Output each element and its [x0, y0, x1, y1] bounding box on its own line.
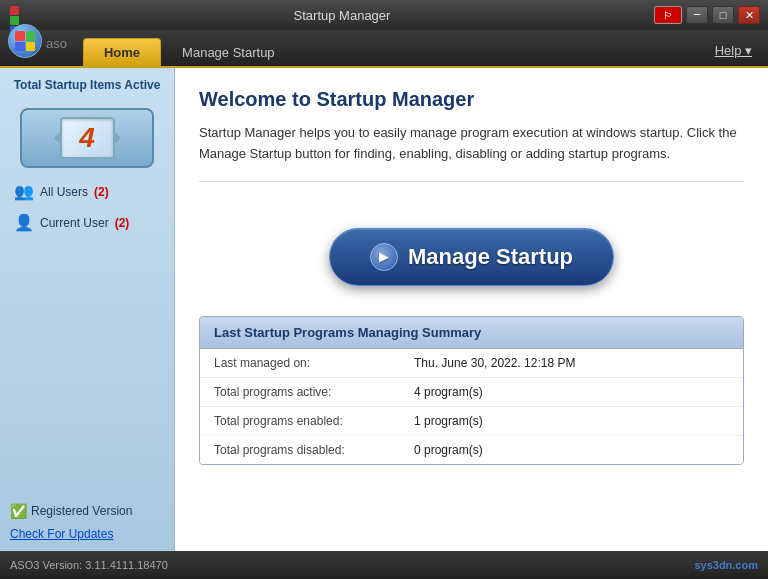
summary-row: Total programs disabled:0 program(s) — [200, 436, 743, 464]
all-users-label: All Users — [40, 185, 88, 199]
current-user-item[interactable]: 👤 Current User (2) — [10, 211, 164, 234]
play-icon: ▶ — [370, 243, 398, 271]
all-users-icon: 👥 — [14, 182, 34, 201]
status-bar: ASO3 Version: 3.11.4111.18470 sys3dn.com — [0, 551, 768, 579]
summary-rows: Last managed on:Thu. June 30, 2022. 12:1… — [200, 349, 743, 464]
help-button[interactable]: Help ▾ — [707, 39, 760, 62]
sidebar-bottom: ✅ Registered Version Check For Updates — [10, 503, 164, 541]
window-title: Startup Manager — [30, 8, 654, 23]
sidebar: Total Startup Items Active 4 👥 All Users… — [0, 68, 175, 551]
summary-row-value: 4 program(s) — [414, 385, 483, 399]
summary-row-label: Total programs enabled: — [214, 414, 414, 428]
tab-home[interactable]: Home — [83, 38, 161, 66]
summary-row: Last managed on:Thu. June 30, 2022. 12:1… — [200, 349, 743, 378]
current-user-label: Current User — [40, 216, 109, 230]
main-container: Total Startup Items Active 4 👥 All Users… — [0, 68, 768, 551]
summary-row: Total programs active:4 program(s) — [200, 378, 743, 407]
current-user-count: (2) — [115, 216, 130, 230]
title-bar-left — [8, 4, 30, 26]
manage-startup-button[interactable]: ▶ Manage Startup — [329, 228, 614, 286]
tab-manage-startup[interactable]: Manage Startup — [161, 38, 296, 66]
manage-btn-label: Manage Startup — [408, 244, 573, 270]
counter-box: 4 — [20, 108, 154, 168]
logo-image — [8, 24, 44, 60]
version-label: ASO3 Version: 3.11.4111.18470 — [10, 559, 168, 571]
all-users-count: (2) — [94, 185, 109, 199]
startup-count: 4 — [60, 117, 115, 159]
summary-row-label: Last managed on: — [214, 356, 414, 370]
content-title: Welcome to Startup Manager — [199, 88, 744, 111]
current-user-icon: 👤 — [14, 213, 34, 232]
check-icon: ✅ — [10, 503, 27, 519]
close-button[interactable]: ✕ — [738, 6, 760, 24]
summary-header: Last Startup Programs Managing Summary — [200, 317, 743, 349]
title-bar: Startup Manager 🏳 − □ ✕ — [0, 0, 768, 30]
flag-icon: 🏳 — [654, 6, 682, 24]
check-updates-link[interactable]: Check For Updates — [10, 527, 164, 541]
summary-row: Total programs enabled:1 program(s) — [200, 407, 743, 436]
window-controls: 🏳 − □ ✕ — [654, 6, 760, 24]
summary-row-value: 1 program(s) — [414, 414, 483, 428]
brand-label: sys3dn.com — [694, 559, 758, 571]
summary-row-value: 0 program(s) — [414, 443, 483, 457]
app-icon — [8, 4, 30, 26]
summary-row-value: Thu. June 30, 2022. 12:18 PM — [414, 356, 575, 370]
summary-row-label: Total programs active: — [214, 385, 414, 399]
all-users-item[interactable]: 👥 All Users (2) — [10, 180, 164, 203]
content-area: Welcome to Startup Manager Startup Manag… — [175, 68, 768, 551]
manage-btn-container: ▶ Manage Startup — [199, 198, 744, 316]
summary-box: Last Startup Programs Managing Summary L… — [199, 316, 744, 465]
registered-label: Registered Version — [31, 504, 132, 518]
minimize-button[interactable]: − — [686, 6, 708, 24]
summary-row-label: Total programs disabled: — [214, 443, 414, 457]
registered-badge: ✅ Registered Version — [10, 503, 164, 519]
tab-bar: aso Home Manage Startup Help ▾ — [0, 30, 768, 68]
sidebar-title: Total Startup Items Active — [10, 78, 164, 92]
logo-text: aso — [46, 36, 67, 51]
app-logo: aso — [8, 24, 67, 62]
content-description: Startup Manager helps you to easily mana… — [199, 123, 744, 182]
maximize-button[interactable]: □ — [712, 6, 734, 24]
